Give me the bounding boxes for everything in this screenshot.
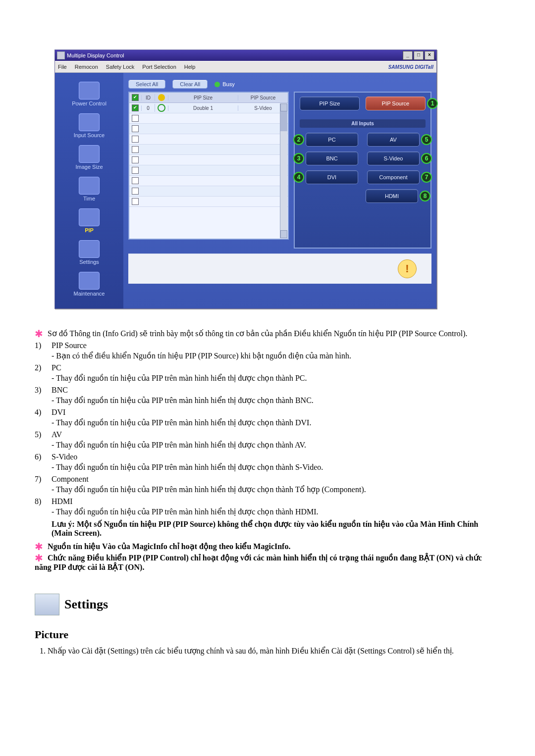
sidebar-item-time[interactable]: Time — [57, 177, 121, 202]
select-all-button[interactable]: Select All — [128, 80, 165, 89]
star-icon: ✱ — [35, 543, 43, 551]
list-title: PIP Source — [52, 341, 500, 350]
row-checkbox[interactable] — [132, 125, 139, 132]
svideo-button[interactable]: S-Video 6 — [367, 151, 420, 165]
table-row[interactable] — [129, 197, 288, 207]
scroll-down-button[interactable] — [280, 230, 287, 238]
app-icon — [57, 51, 65, 59]
maximize-button[interactable]: □ — [414, 51, 424, 60]
col-pip-source[interactable]: PIP Source — [238, 95, 288, 101]
av-button[interactable]: AV 5 — [367, 133, 420, 147]
clear-all-button[interactable]: Clear All — [172, 80, 208, 89]
sidebar-item-input[interactable]: Input Source — [57, 113, 121, 138]
hdmi-button[interactable]: HDMI 8 — [366, 189, 418, 203]
table-row[interactable]: 0 Double 1 S-Video — [129, 103, 288, 113]
menu-remocon[interactable]: Remocon — [75, 64, 98, 70]
bnc-button[interactable]: 3 BNC — [306, 151, 358, 165]
menu-safety-lock[interactable]: Safety Lock — [106, 64, 134, 70]
table-row[interactable] — [129, 113, 288, 124]
sidebar-label: Maintenance — [57, 291, 121, 297]
maintenance-icon — [79, 272, 100, 290]
list-title: HDMI — [52, 497, 500, 506]
row-checkbox[interactable] — [132, 115, 139, 122]
row-checkbox[interactable] — [132, 136, 139, 143]
list-item: 2)PC- Thay đổi nguồn tín hiệu của PIP tr… — [35, 363, 500, 383]
list-item: 1)PIP Source- Bạn có thể điều khiển Nguồ… — [35, 341, 500, 360]
sidebar-item-pip[interactable]: PIP — [57, 208, 121, 233]
menu-help[interactable]: Help — [184, 64, 196, 70]
settings-icon — [79, 240, 100, 258]
imagesize-icon — [79, 145, 100, 163]
row-checkbox[interactable] — [132, 146, 139, 153]
settings-section-icon — [35, 594, 59, 615]
titlebar[interactable]: Multiple Display Control _ □ × — [55, 50, 436, 61]
all-inputs-label: All Inputs — [300, 119, 426, 128]
table-row[interactable] — [129, 186, 288, 197]
col-pip-size[interactable]: PIP Size — [168, 95, 238, 101]
star-icon: ✱ — [35, 554, 43, 562]
sidebar-item-image-size[interactable]: Image Size — [57, 145, 121, 170]
row-checkbox[interactable] — [132, 104, 139, 111]
table-row[interactable] — [129, 134, 288, 145]
list-item: 3)BNC- Thay đổi nguồn tín hiệu của PIP t… — [35, 386, 500, 405]
list-number: 5) — [35, 430, 41, 439]
table-row[interactable] — [129, 176, 288, 186]
list-number: 8) — [35, 497, 41, 506]
picture-list: Nhấp vào Cài đặt (Settings) trên các biể… — [38, 646, 500, 655]
dvi-button[interactable]: 4 DVI — [306, 170, 358, 184]
list-number: 6) — [35, 453, 41, 461]
badge-4: 4 — [293, 172, 304, 183]
busy-label: Busy — [222, 81, 234, 87]
sidebar-item-maintenance[interactable]: Maintenance — [57, 272, 121, 297]
badge-2: 2 — [293, 134, 304, 145]
pip-source-button[interactable]: PIP Source 1 — [366, 97, 426, 110]
pc-button[interactable]: 2 PC — [306, 133, 358, 147]
row-checkbox[interactable] — [132, 177, 139, 184]
menu-port-selection[interactable]: Port Selection — [142, 64, 176, 70]
minimize-button[interactable]: _ — [403, 51, 413, 60]
component-button[interactable]: Component 7 — [367, 170, 420, 184]
row-checkbox[interactable] — [132, 167, 139, 174]
menu-file[interactable]: File — [58, 64, 67, 70]
table-row[interactable] — [129, 145, 288, 155]
grid-scrollbar[interactable] — [280, 103, 287, 238]
list-item: 6)S-Video- Thay đổi nguồn tín hiệu của P… — [35, 453, 500, 472]
sidebar-item-power[interactable]: Power Control — [57, 82, 121, 106]
close-button[interactable]: × — [425, 51, 434, 60]
intro-note: ✱ Sơ đồ Thông tin (Info Grid) sẽ trình b… — [35, 329, 500, 338]
picture-step-1: Nhấp vào Cài đặt (Settings) trên các biể… — [48, 646, 500, 655]
table-row[interactable] — [129, 165, 288, 176]
list-desc: - Thay đổi nguồn tín hiệu của PIP trên m… — [52, 507, 500, 516]
row-checkbox[interactable] — [132, 198, 139, 205]
list-desc: - Bạn có thể điều khiển Nguồn tín hiệu P… — [52, 351, 500, 360]
list-title: Component — [52, 475, 500, 484]
scroll-up-button[interactable] — [280, 103, 287, 111]
sidebar-label: Time — [57, 196, 121, 202]
header-checkbox[interactable] — [132, 94, 139, 101]
table-row[interactable] — [129, 124, 288, 134]
list-title: BNC — [52, 386, 500, 395]
pip-size-button[interactable]: PIP Size — [300, 97, 360, 110]
list-title: AV — [52, 430, 500, 439]
intro-text: Sơ đồ Thông tin (Info Grid) sẽ trình bày… — [48, 329, 468, 338]
scroll-thumb[interactable] — [280, 111, 287, 131]
settings-title: Settings — [64, 597, 108, 612]
list-title: DVI — [52, 408, 500, 417]
list-desc: - Thay đổi nguồn tín hiệu của PIP trên m… — [52, 396, 500, 405]
busy-indicator: Busy — [214, 81, 234, 87]
row-checkbox[interactable] — [132, 156, 139, 163]
cell-size: Double 1 — [168, 105, 238, 111]
list-number: 1) — [35, 341, 41, 350]
row-checkbox[interactable] — [132, 188, 139, 195]
cell-id: 0 — [141, 105, 155, 111]
sidebar-item-settings[interactable]: Settings — [57, 240, 121, 265]
sidebar-label: Input Source — [57, 132, 121, 138]
list-number: 7) — [35, 475, 41, 484]
btn-label: HDMI — [385, 193, 399, 199]
grid-header: ID PIP Size PIP Source — [129, 93, 288, 103]
table-row[interactable] — [129, 155, 288, 165]
brand-logo: SAMSUNG DIGITall — [388, 64, 433, 70]
col-id[interactable]: ID — [141, 95, 155, 101]
star-note-3: ✱ Chức năng Điều khiển PIP (PIP Control)… — [35, 553, 500, 572]
list-number: 2) — [35, 363, 41, 372]
